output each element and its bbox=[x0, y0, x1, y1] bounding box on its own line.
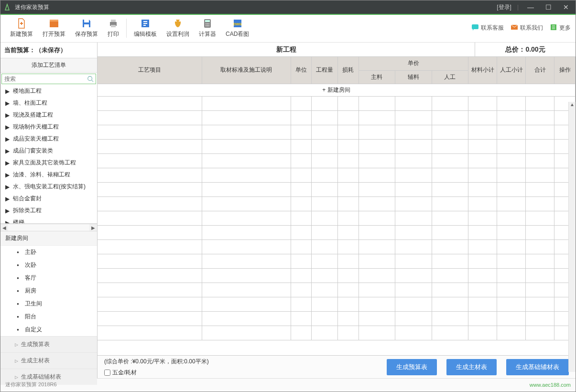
table-cell[interactable] bbox=[312, 96, 338, 110]
table-cell[interactable] bbox=[337, 240, 359, 254]
table-cell[interactable] bbox=[202, 297, 291, 311]
table-cell[interactable] bbox=[526, 96, 554, 110]
table-cell[interactable] bbox=[497, 139, 526, 153]
table-cell[interactable] bbox=[202, 211, 291, 225]
tree-item[interactable]: ▶成品安装天棚工程 bbox=[0, 133, 97, 145]
table-cell[interactable] bbox=[395, 182, 432, 196]
table-cell[interactable] bbox=[432, 110, 468, 125]
table-cell[interactable] bbox=[497, 153, 526, 168]
table-cell[interactable] bbox=[395, 254, 432, 268]
contact-cs-link[interactable]: 联系客服 bbox=[471, 23, 504, 33]
table-cell[interactable] bbox=[395, 110, 432, 125]
table-cell[interactable] bbox=[98, 153, 202, 168]
table-cell[interactable] bbox=[359, 268, 395, 283]
gen-material-button[interactable]: 生成主材表 bbox=[446, 359, 497, 375]
table-cell[interactable] bbox=[337, 225, 359, 240]
search-input[interactable] bbox=[2, 74, 85, 84]
table-cell[interactable] bbox=[312, 182, 338, 196]
tree-item[interactable]: ▶油漆、涂料、裱糊工程 bbox=[0, 169, 97, 181]
table-cell[interactable] bbox=[395, 326, 432, 340]
table-cell[interactable] bbox=[497, 96, 526, 110]
table-cell[interactable] bbox=[497, 311, 526, 326]
table-cell[interactable] bbox=[468, 326, 497, 340]
table-cell[interactable] bbox=[526, 168, 554, 182]
table-cell[interactable] bbox=[359, 311, 395, 326]
tree-hscrollbar[interactable]: ◀ ▶ bbox=[0, 224, 97, 231]
table-cell[interactable] bbox=[468, 268, 497, 283]
table-cell[interactable] bbox=[202, 196, 291, 211]
table-cell[interactable] bbox=[291, 168, 312, 182]
table-cell[interactable] bbox=[202, 311, 291, 326]
table-cell[interactable] bbox=[526, 196, 554, 211]
table-cell[interactable] bbox=[432, 211, 468, 225]
table-cell[interactable] bbox=[312, 225, 338, 240]
table-cell[interactable] bbox=[432, 311, 468, 326]
table-cell[interactable] bbox=[337, 139, 359, 153]
room-item[interactable]: 阳台 bbox=[0, 310, 97, 323]
table-cell[interactable] bbox=[202, 153, 291, 168]
login-link[interactable]: [登录] bbox=[497, 3, 511, 11]
table-cell[interactable] bbox=[468, 168, 497, 182]
table-cell[interactable] bbox=[432, 297, 468, 311]
table-cell[interactable] bbox=[312, 110, 338, 125]
table-cell[interactable] bbox=[312, 326, 338, 340]
tree-item[interactable]: ▶家具立面及其它装饰工程 bbox=[0, 157, 97, 169]
table-cell[interactable] bbox=[432, 268, 468, 283]
tree-item[interactable]: ▶水、强电安装工程(按实结算) bbox=[0, 181, 97, 193]
table-cell[interactable] bbox=[337, 110, 359, 125]
table-cell[interactable] bbox=[497, 297, 526, 311]
table-cell[interactable] bbox=[337, 196, 359, 211]
table-cell[interactable] bbox=[432, 182, 468, 196]
table-cell[interactable] bbox=[337, 326, 359, 340]
table-cell[interactable] bbox=[291, 96, 312, 110]
table-cell[interactable] bbox=[395, 283, 432, 297]
table-cell[interactable] bbox=[291, 225, 312, 240]
table-cell[interactable] bbox=[359, 283, 395, 297]
table-cell[interactable] bbox=[98, 326, 202, 340]
website-link[interactable]: www.aec188.com bbox=[530, 382, 571, 388]
table-cell[interactable] bbox=[202, 225, 291, 240]
table-cell[interactable] bbox=[291, 311, 312, 326]
room-item[interactable]: 厨房 bbox=[0, 284, 97, 297]
table-cell[interactable] bbox=[359, 182, 395, 196]
table-cell[interactable] bbox=[526, 326, 554, 340]
table-cell[interactable] bbox=[98, 168, 202, 182]
table-cell[interactable] bbox=[312, 240, 338, 254]
table-cell[interactable] bbox=[468, 211, 497, 225]
minimize-button[interactable]: — bbox=[524, 3, 537, 11]
table-cell[interactable] bbox=[337, 283, 359, 297]
table-cell[interactable] bbox=[202, 326, 291, 340]
table-cell[interactable] bbox=[202, 240, 291, 254]
table-cell[interactable] bbox=[337, 297, 359, 311]
table-cell[interactable] bbox=[468, 240, 497, 254]
table-cell[interactable] bbox=[359, 168, 395, 182]
table-cell[interactable] bbox=[468, 283, 497, 297]
table-cell[interactable] bbox=[312, 283, 338, 297]
sidebar-gen-material-button[interactable]: 生成主材表 bbox=[0, 352, 97, 369]
table-cell[interactable] bbox=[337, 182, 359, 196]
table-cell[interactable] bbox=[312, 297, 338, 311]
table-cell[interactable] bbox=[291, 125, 312, 139]
tree-item[interactable]: ▶楼地面工程 bbox=[0, 85, 97, 97]
table-cell[interactable] bbox=[312, 153, 338, 168]
hardware-checkbox[interactable] bbox=[104, 370, 110, 376]
table-cell[interactable] bbox=[497, 110, 526, 125]
table-cell[interactable] bbox=[337, 96, 359, 110]
main-vscrollbar[interactable]: ▲ bbox=[568, 102, 576, 372]
tree-item[interactable]: ▶现场制作天棚工程 bbox=[0, 121, 97, 133]
table-cell[interactable] bbox=[468, 196, 497, 211]
table-cell[interactable] bbox=[468, 110, 497, 125]
table-cell[interactable] bbox=[312, 139, 338, 153]
sidebar-gen-budget-button[interactable]: 生成预算表 bbox=[0, 336, 97, 352]
scroll-up-icon[interactable]: ▲ bbox=[569, 102, 576, 109]
table-cell[interactable] bbox=[497, 225, 526, 240]
table-cell[interactable] bbox=[526, 125, 554, 139]
gen-budget-button[interactable]: 生成预算表 bbox=[387, 359, 437, 375]
table-cell[interactable] bbox=[202, 96, 291, 110]
scroll-left-icon[interactable]: ◀ bbox=[0, 225, 8, 230]
gen-aux-button[interactable]: 生成基础辅材表 bbox=[506, 359, 569, 375]
table-cell[interactable] bbox=[468, 139, 497, 153]
table-cell[interactable] bbox=[337, 211, 359, 225]
table-cell[interactable] bbox=[395, 297, 432, 311]
table-cell[interactable] bbox=[432, 139, 468, 153]
